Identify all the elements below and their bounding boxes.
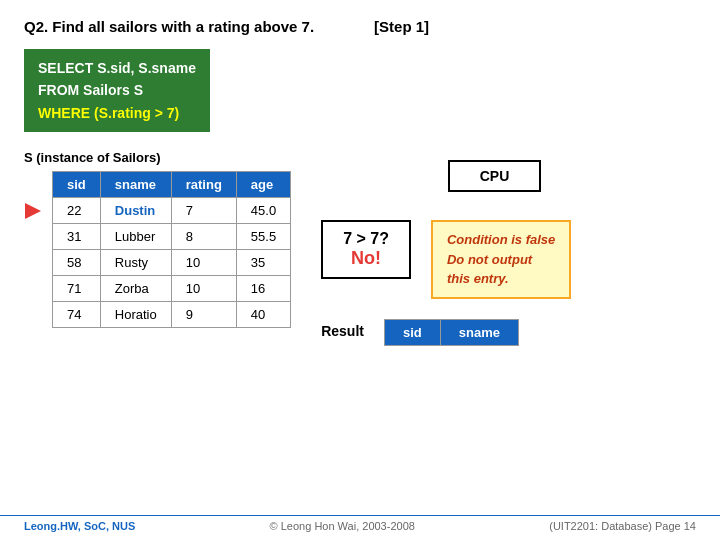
left-panel: S (instance of Sailors) sid sname rating… — [24, 150, 291, 328]
col-sid: sid — [53, 172, 101, 198]
sql-box: SELECT S.sid, S.sname FROM Sailors S WHE… — [24, 49, 210, 132]
result-table: sid sname — [384, 319, 519, 346]
result-label: Result — [321, 319, 364, 339]
cell-sid: 22 — [53, 198, 101, 224]
callout-line2: Do not output — [447, 250, 555, 270]
cell-rating: 10 — [171, 276, 236, 302]
cell-rating: 7 — [171, 198, 236, 224]
callout-line3: this entry. — [447, 269, 555, 289]
step-label: [Step 1] — [374, 18, 429, 35]
result-header-row: sid sname — [384, 319, 518, 345]
cell-sname: Horatio — [100, 302, 171, 328]
cell-age: 16 — [236, 276, 290, 302]
condition-line1: 7 > 7? — [343, 230, 389, 248]
cell-age: 35 — [236, 250, 290, 276]
table-row: 74 Horatio 9 40 — [53, 302, 291, 328]
table-row: 22 Dustin 7 45.0 — [53, 198, 291, 224]
result-col-sid: sid — [384, 319, 440, 345]
table-row: 71 Zorba 10 16 — [53, 276, 291, 302]
callout-line1: Condition is false — [447, 230, 555, 250]
sql-from-keyword: FROM — [38, 82, 79, 98]
cpu-label: CPU — [480, 168, 510, 184]
footer-center: © Leong Hon Wai, 2003-2008 — [270, 520, 415, 532]
page: Q2. Find all sailors with a rating above… — [0, 0, 720, 540]
footer-left: Leong.HW, SoC, NUS — [24, 520, 135, 532]
sql-select-keyword: SELECT — [38, 60, 97, 76]
main-content: S (instance of Sailors) sid sname rating… — [24, 150, 696, 346]
footer: Leong.HW, SoC, NUS © Leong Hon Wai, 2003… — [0, 515, 720, 532]
right-panel: CPU 7 > 7? No! Condition is false Do not… — [321, 160, 571, 346]
col-age: age — [236, 172, 290, 198]
cell-age: 45.0 — [236, 198, 290, 224]
cell-age: 40 — [236, 302, 290, 328]
cell-sname: Rusty — [100, 250, 171, 276]
cpu-box: CPU — [448, 160, 542, 192]
footer-right: (UIT2201: Database) Page 14 — [549, 520, 696, 532]
callout-box: Condition is false Do not output this en… — [431, 220, 571, 299]
question-title: Q2. Find all sailors with a rating above… — [24, 18, 314, 35]
cell-sid: 74 — [53, 302, 101, 328]
cell-sname: Lubber — [100, 224, 171, 250]
arrow-right-icon — [25, 203, 41, 219]
condition-area: 7 > 7? No! Condition is false Do not out… — [321, 220, 571, 299]
table-row: 58 Rusty 10 35 — [53, 250, 291, 276]
cell-age: 55.5 — [236, 224, 290, 250]
sql-from-value: Sailors S — [79, 82, 143, 98]
sailors-table-label: S (instance of Sailors) — [24, 150, 291, 165]
cell-sid: 58 — [53, 250, 101, 276]
condition-line2: No! — [343, 248, 389, 269]
cell-sname: Dustin — [100, 198, 171, 224]
col-rating: rating — [171, 172, 236, 198]
sql-where-keyword: WHERE — [38, 105, 90, 121]
sailors-table: sid sname rating age 22 — [52, 171, 291, 328]
cell-sname: Zorba — [100, 276, 171, 302]
cell-sid: 31 — [53, 224, 101, 250]
col-sname: sname — [100, 172, 171, 198]
sql-select-value: S.sid, S.sname — [97, 60, 196, 76]
cell-rating: 8 — [171, 224, 236, 250]
table-header-row: sid sname rating age — [53, 172, 291, 198]
cell-rating: 9 — [171, 302, 236, 328]
condition-box: 7 > 7? No! — [321, 220, 411, 279]
table-row: 31 Lubber 8 55.5 — [53, 224, 291, 250]
header-row: Q2. Find all sailors with a rating above… — [24, 18, 696, 35]
sql-where-value: (S.rating > 7) — [90, 105, 179, 121]
cell-rating: 10 — [171, 250, 236, 276]
cell-sid: 71 — [53, 276, 101, 302]
row-arrow-indicator — [25, 203, 41, 219]
result-col-sname: sname — [440, 319, 518, 345]
result-area: Result sid sname — [321, 319, 519, 346]
